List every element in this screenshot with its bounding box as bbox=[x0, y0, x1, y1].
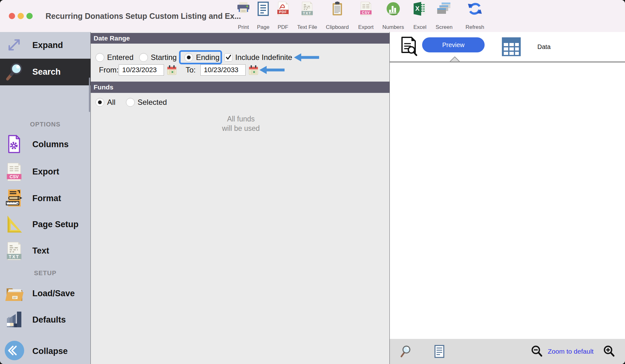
from-date-input[interactable] bbox=[119, 64, 164, 76]
magnifier-tool-icon[interactable] bbox=[399, 345, 413, 360]
txt-file-icon: TXT bbox=[300, 1, 315, 16]
to-calendar-icon[interactable] bbox=[248, 65, 258, 77]
collapse-chevrons-icon bbox=[4, 340, 24, 362]
radio-label: Starting bbox=[151, 53, 177, 62]
radio-button[interactable] bbox=[139, 53, 148, 62]
preview-panel: Preview Data bbox=[389, 32, 625, 364]
svg-text:TXT: TXT bbox=[9, 254, 20, 259]
clipboard-icon bbox=[330, 1, 345, 18]
toolbar-item-label: Clipboard bbox=[326, 24, 349, 31]
columns-gear-document-icon bbox=[4, 134, 24, 155]
sidebar-item-load-save[interactable]: Load/Save bbox=[0, 280, 90, 307]
preview-document-magnifier-icon bbox=[400, 36, 418, 59]
funds-title: Funds bbox=[94, 83, 113, 91]
csv-export-icon: CSV bbox=[358, 1, 373, 16]
window-title: Recurring Donations Setup Custom Listing… bbox=[46, 0, 241, 32]
checkbox-checked[interactable] bbox=[224, 53, 232, 62]
sidebar-item-label: Export bbox=[32, 158, 59, 185]
toolbar-item-label: Page bbox=[257, 24, 269, 31]
search-icon bbox=[4, 61, 25, 83]
sidebar-item-label: Defaults bbox=[32, 307, 66, 333]
sidebar-item-label: Page Setup bbox=[32, 211, 79, 238]
toolbar-screen-button[interactable]: Screen bbox=[429, 1, 459, 31]
toolbar-item-label: Numbers bbox=[383, 24, 404, 31]
sidebar-item-defaults[interactable]: Defaults bbox=[0, 307, 90, 333]
excel-icon: X bbox=[412, 1, 427, 16]
search-options-panel: Date Range Entered Starting Ending Inclu… bbox=[91, 32, 389, 364]
toolbar-text-file-button[interactable]: TXT Text File bbox=[292, 1, 322, 31]
annotation-arrow-left-icon bbox=[259, 66, 285, 75]
toolbar-item-label: Screen bbox=[436, 24, 453, 31]
radio-button-selected[interactable] bbox=[184, 53, 193, 62]
from-calendar-icon[interactable] bbox=[167, 65, 177, 77]
sidebar-scrollbar-thumb[interactable] bbox=[89, 78, 90, 112]
toolbar-item-label: Excel bbox=[413, 24, 427, 31]
sidebar-item-expand[interactable]: Expand bbox=[0, 32, 90, 59]
numbers-icon bbox=[386, 1, 401, 18]
sidebar-section-setup: SETUP bbox=[0, 270, 90, 277]
to-label: To: bbox=[186, 66, 196, 74]
sidebar-item-label: Columns bbox=[32, 131, 69, 158]
csv-export-icon: CSV bbox=[4, 162, 24, 182]
radio-ending-focus-ring[interactable]: Ending bbox=[179, 50, 222, 64]
screen-icon bbox=[437, 1, 452, 18]
spacer bbox=[0, 99, 90, 126]
toolbar-item-label: Print bbox=[238, 24, 249, 31]
include-indefinite-checkbox[interactable]: Include Indefinite bbox=[224, 50, 292, 64]
toolbar-item-label: PDF bbox=[278, 24, 288, 31]
radio-button[interactable] bbox=[126, 98, 135, 107]
radio-button[interactable] bbox=[95, 53, 104, 62]
checkbox-label: Include Indefinite bbox=[235, 53, 292, 62]
funds-note: All funds will be used bbox=[209, 114, 272, 133]
format-pencil-ruler-icon bbox=[4, 188, 24, 209]
sidebar-item-page-setup[interactable]: Page Setup bbox=[0, 211, 90, 238]
radio-label: Selected bbox=[138, 98, 167, 107]
radio-button-selected[interactable] bbox=[95, 98, 104, 107]
zoom-window-button[interactable] bbox=[26, 13, 33, 19]
sidebar-item-label: Expand bbox=[32, 32, 63, 59]
toolbar-export-button[interactable]: CSV Export bbox=[351, 1, 381, 31]
annotation-arrow-left-icon bbox=[294, 53, 319, 63]
sidebar-item-export[interactable]: CSV Export bbox=[0, 158, 90, 185]
sidebar: Expand Search OPTIONS bbox=[0, 32, 91, 364]
toolbar-refresh-button[interactable]: Refresh bbox=[460, 1, 490, 31]
text-view-icon[interactable] bbox=[433, 345, 446, 360]
radio-starting[interactable]: Starting bbox=[139, 50, 177, 64]
defaults-skyline-icon bbox=[4, 310, 24, 330]
title-bar: Recurring Donations Setup Custom Listing… bbox=[0, 0, 625, 32]
folder-icon bbox=[4, 283, 24, 304]
radio-label: Ending bbox=[196, 53, 220, 62]
sidebar-item-collapse[interactable]: Collapse bbox=[0, 339, 90, 364]
radio-entered[interactable]: Entered bbox=[95, 50, 133, 64]
toolbar-item-label: Refresh bbox=[465, 24, 484, 31]
minimize-window-button[interactable] bbox=[18, 13, 24, 19]
sidebar-item-columns[interactable]: Columns bbox=[0, 131, 90, 158]
sidebar-item-text[interactable]: TXT Text bbox=[0, 238, 90, 264]
sidebar-item-label: Collapse bbox=[32, 339, 68, 364]
app-window: Recurring Donations Setup Custom Listing… bbox=[0, 0, 625, 364]
date-range-title: Date Range bbox=[94, 35, 130, 42]
funds-note-line2: will be used bbox=[209, 124, 272, 133]
txt-file-icon: TXT bbox=[4, 241, 24, 261]
zoom-to-default-link[interactable]: Zoom to default bbox=[548, 339, 594, 364]
toolbar-clipboard-button[interactable]: Clipboard bbox=[322, 1, 352, 31]
sidebar-item-format[interactable]: Format bbox=[0, 185, 90, 212]
to-field-group: To: bbox=[186, 63, 199, 77]
expand-icon bbox=[4, 35, 24, 56]
toolbar-numbers-button[interactable]: Numbers bbox=[378, 1, 408, 31]
sidebar-item-label: Load/Save bbox=[32, 280, 75, 307]
radio-funds-selected[interactable]: Selected bbox=[126, 97, 167, 108]
close-window-button[interactable] bbox=[9, 13, 15, 19]
zoom-in-icon[interactable] bbox=[603, 345, 617, 360]
toolbar-item-label: Export bbox=[358, 24, 373, 31]
zoom-out-icon[interactable] bbox=[530, 345, 544, 360]
date-range-section-header: Date Range bbox=[91, 33, 389, 44]
to-date-input[interactable] bbox=[200, 64, 246, 76]
sidebar-item-search[interactable]: Search bbox=[0, 59, 90, 85]
funds-section-header: Funds bbox=[91, 82, 389, 93]
sidebar-item-label: Text bbox=[32, 238, 49, 264]
radio-funds-all[interactable]: All bbox=[95, 97, 116, 108]
tab-data[interactable]: Data bbox=[537, 32, 551, 62]
tab-preview[interactable]: Preview bbox=[422, 37, 485, 52]
from-label: From: bbox=[99, 66, 119, 74]
